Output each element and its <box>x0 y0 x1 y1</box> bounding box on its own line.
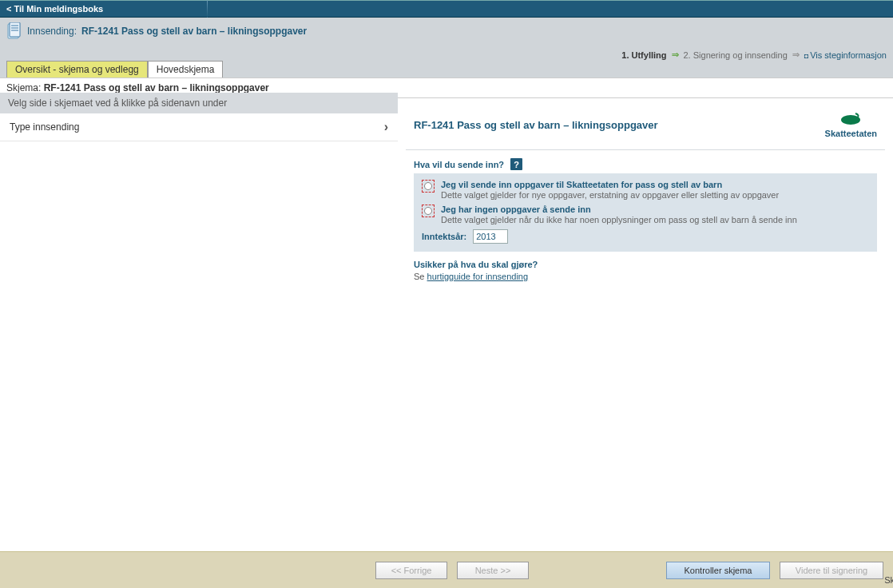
question-label: Hva vil du sende inn? <box>414 160 504 169</box>
schema-label: Skjema: <box>6 82 44 93</box>
step-2-label: 2. Signering og innsending <box>684 50 788 60</box>
continue-signing-button[interactable]: Videre til signering <box>780 562 883 579</box>
option-2-desc: Dette valget gjelder når du ikke har noe… <box>441 215 797 224</box>
see-prefix: Se <box>414 272 427 281</box>
income-year-input[interactable] <box>473 229 508 244</box>
question-row: Hva vil du sende inn? ? <box>414 158 877 170</box>
right-column: RF-1241 Pass og stell av barn – liknings… <box>398 93 893 551</box>
left-column: Velg side i skjemaet ved å klikke på sid… <box>0 93 398 551</box>
option-1: Jeg vil sende inn oppgaver til Skatteeta… <box>422 180 869 200</box>
agency-name: Skatteetaten <box>825 129 877 138</box>
help-section: Usikker på hva du skal gjøre? Se hurtigg… <box>406 252 885 289</box>
tab-main-form[interactable]: Hovedskjema <box>148 61 224 77</box>
next-button[interactable]: Neste >> <box>457 562 529 579</box>
option-1-label: Jeg vil sende inn oppgaver til Skatteeta… <box>441 180 779 189</box>
cropped-text: Sk <box>884 575 893 585</box>
form-header: RF-1241 Pass og stell av barn – liknings… <box>406 93 885 150</box>
svg-point-5 <box>841 115 860 125</box>
bullet-icon: ◘ <box>804 52 808 60</box>
see-guide-line: Se hurtigguide for innsending <box>414 272 877 281</box>
agency-block: Skatteetaten <box>825 112 877 138</box>
check-schema-button[interactable]: Kontroller skjema <box>666 562 770 579</box>
main-area: Velg side i skjemaet ved å klikke på sid… <box>0 93 893 551</box>
page-nav-item[interactable]: Type innsending › <box>0 113 398 141</box>
form-title: RF-1241 Pass og stell av barn – liknings… <box>414 119 658 131</box>
page-nav-label: Type innsending <box>10 121 79 133</box>
option-2: Jeg har ingen oppgaver å sende inn Dette… <box>422 205 869 224</box>
radio-option-1[interactable] <box>422 180 435 193</box>
svg-rect-1 <box>10 22 20 37</box>
footer-bar: << Forrige Neste >> Kontroller skjema Vi… <box>0 551 893 588</box>
step-1-label: 1. Utfylling <box>621 50 666 60</box>
income-year-label: Inntektsår: <box>422 232 466 241</box>
radio-option-2[interactable] <box>422 205 435 217</box>
help-icon[interactable]: ? <box>510 158 522 170</box>
chevron-right-icon: › <box>384 120 388 134</box>
prev-button[interactable]: << Forrige <box>375 562 447 579</box>
document-icon <box>6 22 22 40</box>
option-1-desc: Dette valget gjelder for nye oppgaver, e… <box>441 190 779 200</box>
show-step-info-link[interactable]: ◘Vis steginformasjon <box>804 50 887 60</box>
submission-title: RF-1241 Pass og stell av barn – liknings… <box>81 26 307 37</box>
steps-indicator: 1. Utfylling ⇒ 2. Signering og innsendin… <box>621 50 887 60</box>
tab-overview[interactable]: Oversikt - skjema og vedlegg <box>6 61 148 77</box>
tab-bar: Oversikt - skjema og vedlegg Hovedskjema <box>6 61 887 77</box>
quickguide-link[interactable]: hurtigguide for innsending <box>427 272 529 281</box>
back-to-inbox-link[interactable]: < Til Min meldingsboks <box>6 4 103 14</box>
document-title-row: Innsending: RF-1241 Pass og stell av bar… <box>6 22 887 40</box>
header-area: Innsending: RF-1241 Pass og stell av bar… <box>0 18 893 77</box>
option-2-label: Jeg har ingen oppgaver å sende inn <box>441 205 797 214</box>
top-bar: < Til Min meldingsboks <box>0 0 893 18</box>
arrow-icon: ⇒ <box>672 50 679 60</box>
income-year-row: Inntektsår: <box>422 229 869 244</box>
submission-label: Innsending: <box>27 26 77 37</box>
agency-logo-icon <box>839 112 862 126</box>
unsure-label: Usikker på hva du skal gjøre? <box>414 260 877 269</box>
options-box: Jeg vil sende inn oppgaver til Skatteeta… <box>414 173 877 252</box>
left-column-header: Velg side i skjemaet ved å klikke på sid… <box>0 93 398 113</box>
arrow-icon: ⇒ <box>792 50 800 60</box>
schema-value: RF-1241 Pass og stell av barn – liknings… <box>44 82 269 93</box>
question-section: Hva vil du sende inn? ? Jeg vil sende in… <box>406 150 885 252</box>
topbar-divider <box>207 0 208 18</box>
